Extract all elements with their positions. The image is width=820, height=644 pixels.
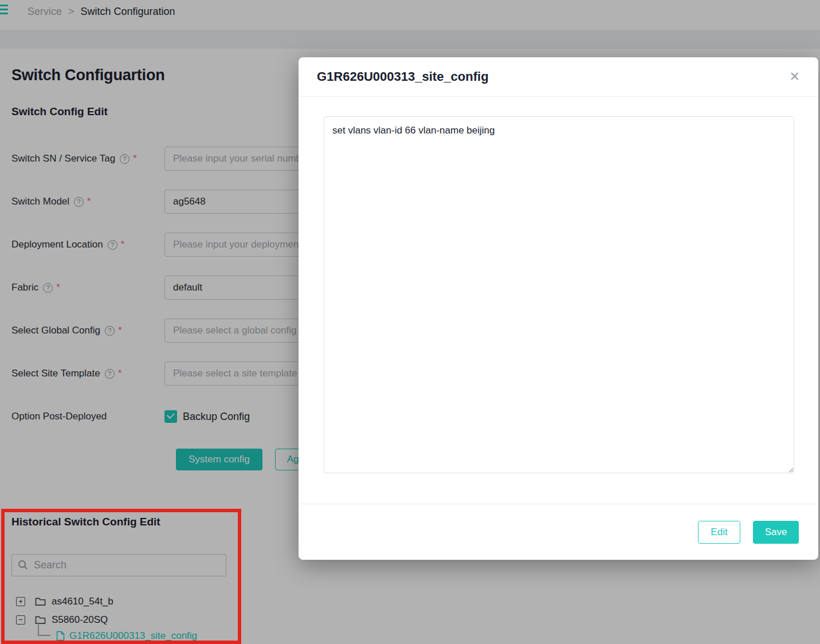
- save-button[interactable]: Save: [753, 521, 799, 544]
- edit-button[interactable]: Edit: [698, 521, 740, 544]
- dialog-header: G1R626U000313_site_config ✕: [299, 57, 818, 97]
- config-textarea[interactable]: set vlans vlan-id 66 vlan-name beijing: [324, 116, 794, 473]
- close-icon[interactable]: ✕: [790, 70, 800, 83]
- site-config-dialog: G1R626U000313_site_config ✕ set vlans vl…: [299, 57, 818, 560]
- dialog-footer: Edit Save: [299, 504, 818, 560]
- dialog-body: set vlans vlan-id 66 vlan-name beijing: [299, 97, 818, 504]
- dialog-title: G1R626U000313_site_config: [317, 69, 489, 84]
